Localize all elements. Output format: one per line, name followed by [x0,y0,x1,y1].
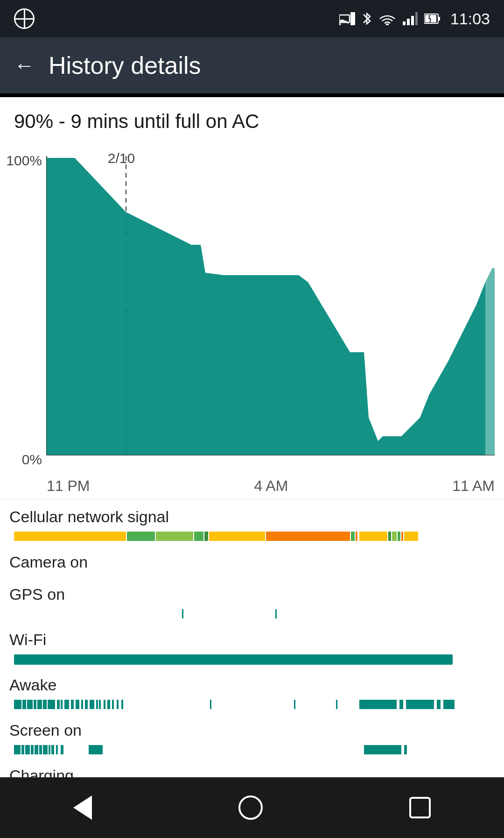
svg-rect-69 [14,745,21,754]
svg-rect-2 [350,12,355,25]
svg-rect-65 [399,700,403,709]
svg-rect-78 [56,745,58,754]
svg-rect-82 [404,745,407,754]
svg-rect-71 [25,745,30,754]
svg-rect-35 [404,532,418,541]
battery-icon [424,12,441,25]
wifi-icon [378,12,396,25]
svg-text:2/10: 2/10 [108,150,135,166]
svg-rect-37 [275,609,277,618]
svg-rect-6 [411,16,414,25]
gps-label: GPS on [9,585,495,604]
svg-rect-64 [359,700,397,709]
battery-area [47,158,495,455]
svg-rect-44 [43,700,47,709]
chart-highlight [485,268,495,455]
svg-rect-74 [39,745,42,754]
svg-rect-52 [85,700,88,709]
svg-rect-29 [356,532,357,541]
wifi-row: Wi-Fi [0,622,504,668]
svg-rect-70 [21,745,24,754]
wifi-bar [14,653,457,666]
svg-rect-42 [34,700,36,709]
screen-on-row: Screen on [0,713,504,758]
awake-row: Awake [0,668,504,713]
time-label-end: 11 AM [452,477,495,495]
svg-rect-68 [443,700,455,709]
status-bar: 11:03 [0,0,504,37]
svg-rect-26 [209,532,265,541]
svg-rect-21 [14,532,126,541]
status-right: 11:03 [339,10,490,28]
svg-rect-33 [398,532,400,541]
svg-rect-61 [210,700,211,709]
svg-rect-43 [37,700,42,709]
svg-rect-79 [61,745,63,754]
activity-section: Cellular network signal [0,499,504,803]
svg-rect-57 [107,700,110,709]
svg-rect-41 [27,700,33,709]
svg-rect-80 [89,745,103,754]
camera-label: Camera on [9,553,495,571]
battery-status-text: 90% - 9 mins until full on AC [0,97,504,137]
svg-rect-23 [156,532,193,541]
back-button[interactable]: ← [14,55,35,76]
svg-rect-49 [71,700,74,709]
status-time: 11:03 [450,10,490,28]
svg-rect-24 [194,532,203,541]
time-label-start: 11 PM [47,477,90,495]
bottom-nav [0,777,504,838]
svg-rect-76 [49,745,50,754]
svg-rect-63 [336,700,337,709]
svg-rect-50 [76,700,79,709]
svg-rect-36 [182,609,183,618]
wifi-label: Wi-Fi [9,631,495,649]
svg-rect-45 [48,700,55,709]
svg-rect-5 [407,19,410,25]
cast-icon [339,12,355,25]
svg-rect-58 [112,700,114,709]
cellular-label: Cellular network signal [9,508,495,526]
svg-rect-72 [31,745,34,754]
svg-rect-30 [359,532,387,541]
svg-rect-25 [204,532,208,541]
svg-rect-27 [266,532,350,541]
svg-rect-47 [61,700,63,709]
bluetooth-icon [362,11,372,27]
svg-rect-28 [351,532,355,541]
recents-nav-button[interactable] [409,797,431,818]
main-content: 90% - 9 mins until full on AC 100% 0% 2/… [0,97,504,838]
svg-rect-22 [127,532,155,541]
battery-chart: 100% 0% 2/10 [0,137,504,474]
time-label-mid: 4 AM [254,477,288,495]
svg-rect-9 [438,17,440,21]
svg-rect-75 [43,745,48,754]
svg-rect-4 [403,21,406,25]
gps-bar [14,607,457,620]
svg-rect-48 [64,700,69,709]
status-left [14,8,35,29]
svg-text:0%: 0% [22,452,42,467]
svg-rect-54 [96,700,98,709]
awake-bar [14,698,457,711]
screen-on-bar [14,743,457,756]
svg-rect-51 [81,700,83,709]
header-shadow [0,93,504,97]
svg-rect-32 [392,532,397,541]
awake-label: Awake [9,676,495,694]
camera-row: Camera on [0,545,504,577]
chart-container: 100% 0% 2/10 11 PM 4 AM 11 AM [0,137,504,498]
app-bar: ← History details [0,37,504,93]
gps-row: GPS on [0,577,504,622]
svg-rect-73 [35,745,38,754]
svg-rect-56 [104,700,105,709]
svg-rect-60 [121,700,123,709]
svg-rect-55 [99,700,101,709]
svg-text:100%: 100% [6,153,42,168]
back-nav-button[interactable] [73,795,92,820]
cellular-bar [14,530,457,543]
page-title: History details [49,51,201,79]
svg-rect-46 [57,700,60,709]
svg-rect-34 [401,532,403,541]
home-nav-button[interactable] [238,795,263,820]
